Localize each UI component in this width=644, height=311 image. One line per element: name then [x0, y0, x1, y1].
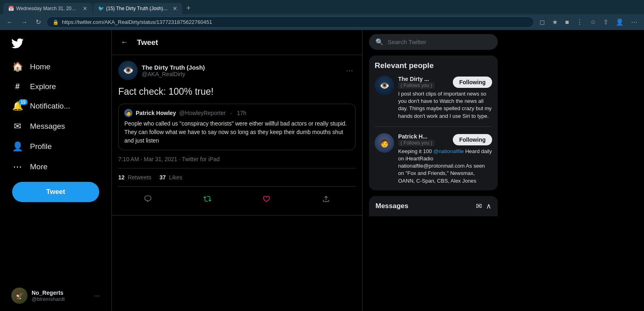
following-button-dirty-truth[interactable]: Following	[453, 77, 492, 88]
tweet-text: Fact check: 100% true!	[118, 85, 356, 98]
tab-favicon-2: 🐦	[98, 6, 104, 11]
person-name-row-dirty-truth: The Dirty ... ( Follows you ) Following	[398, 76, 492, 89]
sidebar-item-home[interactable]: 🏠 Home	[6, 57, 105, 77]
quoted-tweet[interactable]: 🧑 Patrick Howley @HowleyReporter · 17h P…	[118, 104, 356, 150]
tweet-compose-button[interactable]: Tweet	[12, 182, 99, 202]
share-button[interactable]: ⇧	[601, 17, 611, 28]
twitter-bird-icon	[11, 37, 23, 49]
person-item-dirty-truth: 👁️ The Dirty ... ( Follows you ) Followi…	[375, 76, 492, 127]
tweet-author-row: 👁️ The Dirty Truth (Josh) @AKA_RealDirty…	[118, 61, 356, 80]
sidebar-footer[interactable]: 🦅 No_Regerts @blremshardt ⋯	[6, 283, 105, 308]
messages-footer-title: Messages	[375, 202, 408, 210]
sidebar-item-explore[interactable]: # Explore	[6, 77, 105, 96]
sidebar: 🏠 Home # Explore 🔔 15 Notificatio... ✉ M…	[0, 30, 111, 311]
tweet-actions	[118, 188, 356, 209]
retweet-button[interactable]	[200, 192, 215, 206]
tweet-more-options-button[interactable]: ⋯	[343, 64, 356, 77]
sidebar-item-profile[interactable]: 👤 Profile	[6, 136, 105, 157]
tweet-stats: 12 Retweets 37 Likes	[118, 174, 356, 187]
tweet-author-text: The Dirty Truth (Josh) @AKA_RealDirty	[142, 64, 205, 77]
tweet-author-info: 👁️ The Dirty Truth (Josh) @AKA_RealDirty	[118, 61, 205, 80]
sidebar-label-more: More	[30, 162, 47, 171]
relevant-people-card: Relevant people 👁️ The Dirty ... ( Follo…	[369, 55, 498, 190]
relevant-people-title: Relevant people	[375, 61, 492, 70]
main-layout: 🏠 Home # Explore 🔔 15 Notificatio... ✉ M…	[0, 30, 644, 311]
search-bar[interactable]: 🔍	[369, 34, 498, 50]
browser-tab-2[interactable]: 🐦 (15) The Dirty Truth (Josh) on Tw... ✕	[93, 3, 182, 14]
new-message-button[interactable]: ✉	[476, 202, 482, 211]
like-button[interactable]	[259, 192, 274, 206]
home-icon: 🏠	[12, 62, 23, 72]
sidebar-label-messages: Messages	[30, 122, 65, 131]
quoted-author-name: Patrick Howley	[136, 110, 176, 116]
person-name-row-patrick: Patrick H... ( Follows you ) Following	[398, 133, 492, 146]
sidebar-display-name: No_Regerts	[32, 290, 90, 296]
messages-footer: Messages ✉ ∧	[369, 196, 498, 216]
quoted-time: ·	[229, 110, 234, 116]
person-avatar-patrick[interactable]: 🧑	[375, 133, 394, 153]
share-tweet-button[interactable]	[319, 192, 333, 206]
mention-nationalfile[interactable]: @nationalfile	[433, 148, 464, 154]
retweet-number: 12	[118, 174, 125, 181]
reload-button[interactable]: ↻	[33, 17, 43, 28]
person-item-patrick: 🧑 Patrick H... ( Follows you ) Following…	[375, 133, 492, 185]
quoted-timestamp: 17h	[237, 110, 246, 116]
notification-badge: 15	[19, 99, 28, 105]
quoted-author-avatar: 🧑	[124, 109, 132, 117]
likes-label: Likes	[169, 174, 182, 181]
likes-count[interactable]: 37 Likes	[160, 174, 182, 181]
sidebar-more-dots-icon: ⋯	[94, 292, 100, 300]
sidebar-label-explore: Explore	[30, 82, 56, 91]
settings-button[interactable]: ⋯	[629, 17, 640, 28]
back-browser-button[interactable]: ←	[4, 17, 15, 28]
quoted-author-handle: @HowleyReporter	[179, 110, 226, 116]
person-middle-dirty-truth: The Dirty ... ( Follows you ) Following …	[398, 76, 492, 120]
sidebar-item-messages[interactable]: ✉ Messages	[6, 116, 105, 136]
browser-tab-1[interactable]: 📅 Wednesday March 31, 2021 You... ✕	[3, 3, 92, 14]
person-avatar-patrick-image: 🧑	[375, 133, 394, 153]
address-bar[interactable]: 🔒 https://twitter.com/AKA_RealDirty/stat…	[47, 17, 534, 28]
twitter-logo[interactable]	[6, 33, 105, 55]
following-button-patrick[interactable]: Following	[453, 134, 492, 145]
back-to-timeline-button[interactable]: ←	[118, 36, 130, 49]
sidebar-username: @blremshardt	[32, 296, 90, 302]
person-name-dirty-truth: The Dirty ...	[398, 76, 435, 82]
person-name-patrick: Patrick H...	[398, 133, 435, 140]
retweet-count[interactable]: 12 Retweets	[118, 174, 151, 181]
tab-close-1[interactable]: ✕	[83, 5, 87, 12]
profile-browser-button[interactable]: 👤	[613, 17, 626, 28]
more-icon: ⋯	[12, 162, 23, 172]
tab-close-2[interactable]: ✕	[173, 5, 177, 12]
quoted-author-row: 🧑 Patrick Howley @HowleyReporter · 17h	[124, 109, 350, 117]
browser-chrome: 📅 Wednesday March 31, 2021 You... ✕ 🐦 (1…	[0, 0, 644, 30]
reply-button[interactable]	[141, 192, 155, 206]
toolbar-actions: ◻ ★ ■ ⋮ ☆ ⇧ 👤 ⋯	[537, 17, 640, 28]
likes-number: 37	[160, 174, 166, 181]
extensions2-button[interactable]: ■	[563, 17, 571, 28]
tab-favicon-1: 📅	[8, 6, 14, 11]
sidebar-item-more[interactable]: ⋯ More	[6, 157, 105, 177]
favorites-button[interactable]: ☆	[588, 17, 598, 28]
tweet-author-name: The Dirty Truth (Josh)	[142, 64, 205, 71]
explore-icon: #	[12, 82, 23, 91]
search-icon: 🔍	[375, 38, 384, 46]
messages-footer-icons: ✉ ∧	[476, 202, 491, 211]
forward-browser-button[interactable]: →	[19, 17, 30, 28]
person-avatar-dirty-truth[interactable]: 👁️	[375, 76, 394, 95]
tweet-author-avatar[interactable]: 👁️	[118, 61, 138, 80]
search-input[interactable]	[388, 38, 491, 45]
sidebar-item-notifications[interactable]: 🔔 15 Notificatio...	[6, 96, 105, 116]
extensions-button[interactable]: ◻	[537, 17, 547, 28]
follows-you-badge-patrick: ( Follows you )	[398, 140, 435, 146]
more-tools-button[interactable]: ⋮	[574, 17, 585, 28]
collapse-messages-button[interactable]: ∧	[486, 202, 491, 211]
new-tab-button[interactable]: +	[183, 2, 194, 14]
share-icon	[322, 195, 330, 203]
retweet-label: Retweets	[128, 174, 151, 181]
tweet-header-title: Tweet	[137, 38, 158, 47]
url-text: https://twitter.com/AKA_RealDirty/status…	[62, 19, 212, 25]
bookmark-button[interactable]: ★	[550, 17, 560, 28]
right-panel: 🔍 Relevant people 👁️ The Dirty ... ( Fol…	[363, 30, 504, 311]
sidebar-label-notifications: Notificatio...	[30, 102, 70, 111]
browser-toolbar: ← → ↻ 🔒 https://twitter.com/AKA_RealDirt…	[0, 14, 644, 30]
